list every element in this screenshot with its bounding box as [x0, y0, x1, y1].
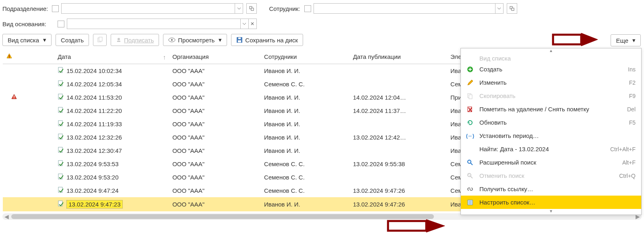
toolbar: Вид списка ▾ Создать Подписать Просмотре… — [0, 32, 644, 49]
more-button[interactable]: Еще ▾ — [611, 34, 641, 46]
svg-rect-3 — [512, 8, 514, 10]
create-button[interactable]: Создать — [56, 34, 89, 46]
department-checkbox[interactable] — [52, 5, 59, 12]
employee-combo[interactable] — [314, 3, 504, 14]
scroll-left-icon[interactable]: ◀ — [3, 213, 10, 220]
cell-emp: Иванов И. И. — [261, 64, 350, 78]
svg-rect-38 — [388, 221, 426, 231]
copy-mini-button[interactable] — [93, 34, 107, 46]
save-disk-button[interactable]: Сохранить на диск — [231, 34, 303, 46]
annotation-arrow-configure — [386, 218, 447, 236]
cell-warn — [3, 64, 26, 78]
sign-label: Подписать — [124, 37, 154, 44]
cell-org: ООО "ААА" — [169, 171, 261, 184]
col-pub[interactable]: Дата публикации — [350, 50, 447, 64]
col-warn[interactable] — [3, 50, 26, 64]
document-icon — [58, 160, 64, 168]
cell-date: 13.02.2024 9:47:24 — [54, 184, 169, 197]
view-list-button[interactable]: Вид списка ▾ — [2, 34, 52, 46]
caret-down-icon: ▾ — [43, 36, 46, 44]
menu-item-find[interactable]: Найти: Дата - 13.02.2024Ctrl+Alt+F — [461, 142, 641, 156]
caret-down-icon: ▾ — [632, 37, 636, 44]
svg-rect-20 — [14, 98, 15, 98]
col-date[interactable]: Дата↑ — [54, 50, 169, 64]
svg-rect-37 — [553, 35, 581, 44]
menu-scroll-up[interactable]: ▲ — [461, 48, 641, 54]
cell-pub: 13.02.2024 9:47:26 — [350, 197, 447, 211]
cell-date: 14.02.2024 11:19:33 — [54, 117, 169, 131]
menu-item-plus[interactable]: СоздатьIns — [461, 63, 641, 76]
menu-item-period[interactable]: (↔)Установить период… — [461, 129, 641, 142]
cell-emp: Семенов С. С. — [261, 77, 350, 91]
cell-warn — [3, 184, 26, 197]
menu-item-search[interactable]: Расширенный поискAlt+F — [461, 156, 641, 169]
employee-checkbox[interactable] — [304, 5, 311, 12]
menu-item-delete[interactable]: Пометить на удаление / Снять пометкуDel — [461, 102, 641, 116]
document-icon — [58, 67, 64, 75]
basis-input[interactable] — [67, 19, 240, 29]
department-combo[interactable] — [61, 3, 243, 14]
department-input[interactable] — [62, 4, 235, 13]
svg-rect-7 — [117, 41, 120, 42]
warning-icon — [6, 53, 12, 59]
cell-flag — [26, 104, 54, 117]
annotation-arrow-more — [551, 31, 600, 50]
cell-emp: Иванов И. И. — [261, 144, 350, 157]
basis-checkbox[interactable] — [58, 21, 64, 27]
document-icon — [58, 147, 64, 154]
cell-emp: Иванов И. И. — [261, 131, 350, 144]
stamp-icon — [116, 37, 122, 43]
svg-rect-32 — [469, 95, 472, 99]
menu-item-refresh[interactable]: ОбновитьF5 — [461, 116, 641, 129]
menu-item-copy[interactable]: СкопироватьF9 — [461, 89, 641, 102]
menu-scroll-down[interactable]: ▼ — [461, 209, 641, 215]
employee-open-btn[interactable] — [507, 3, 517, 14]
cell-flag — [26, 197, 54, 211]
department-dropdown-btn[interactable] — [235, 4, 243, 13]
cell-date: 14.02.2024 11:22:20 — [54, 104, 169, 117]
cell-date: 13.02.2024 9:53:53 — [54, 157, 169, 171]
menu-label: Пометить на удаление / Снять пометку — [479, 106, 621, 113]
cell-org: ООО "ААА" — [169, 144, 261, 157]
cell-emp: Семенов С. С. — [261, 157, 350, 171]
cell-flag — [26, 91, 54, 104]
basis-combo[interactable]: ✕ — [67, 19, 257, 29]
menu-item-cancel-search[interactable]: Отменить поискCtrl+Q — [461, 169, 641, 182]
cell-warn — [3, 171, 26, 184]
svg-rect-5 — [99, 37, 102, 41]
department-open-btn[interactable] — [246, 3, 257, 14]
svg-rect-12 — [238, 38, 241, 39]
menu-item-list[interactable]: Настроить список… — [461, 196, 641, 209]
cell-pub — [350, 117, 447, 131]
cell-emp: Иванов И. И. — [261, 104, 350, 117]
cell-warn — [3, 157, 26, 171]
menu-item-viewlist[interactable]: Вид списка — [461, 54, 641, 63]
cell-flag — [26, 131, 54, 144]
basis-clear-btn[interactable]: ✕ — [248, 19, 256, 29]
sign-button[interactable]: Подписать — [111, 34, 159, 46]
delete-icon — [466, 106, 474, 113]
employee-input[interactable] — [314, 4, 495, 13]
cell-date: 13.02.2024 9:47:23 — [54, 197, 169, 211]
col-org[interactable]: Организация — [169, 50, 261, 64]
cell-warn — [3, 197, 26, 211]
menu-item-link[interactable]: Получить ссылку… — [461, 182, 641, 196]
col-emp[interactable]: Сотрудники — [261, 50, 350, 64]
cell-warn — [3, 131, 26, 144]
filter-bar: Подразделение: Сотрудник: Вид основания:… — [0, 0, 644, 32]
caret-down-icon: ▾ — [219, 36, 222, 44]
cell-pub: 13.02.2024 9:55:38 — [350, 157, 447, 171]
employee-dropdown-btn[interactable] — [495, 4, 503, 13]
basis-dropdown-btn[interactable] — [240, 19, 248, 29]
copy-icon — [466, 93, 474, 99]
menu-label: Обновить — [479, 119, 623, 126]
view-button[interactable]: Просмотреть ▾ — [163, 34, 227, 46]
scroll-thumb[interactable] — [11, 214, 434, 219]
menu-item-pencil[interactable]: ИзменитьF2 — [461, 76, 641, 89]
period-icon: (↔) — [466, 133, 474, 139]
cell-pub — [350, 144, 447, 157]
cell-emp: Семенов С. С. — [261, 184, 350, 197]
cell-flag — [26, 144, 54, 157]
menu-label: Расширенный поиск — [479, 159, 617, 166]
col-flag[interactable] — [26, 50, 54, 64]
